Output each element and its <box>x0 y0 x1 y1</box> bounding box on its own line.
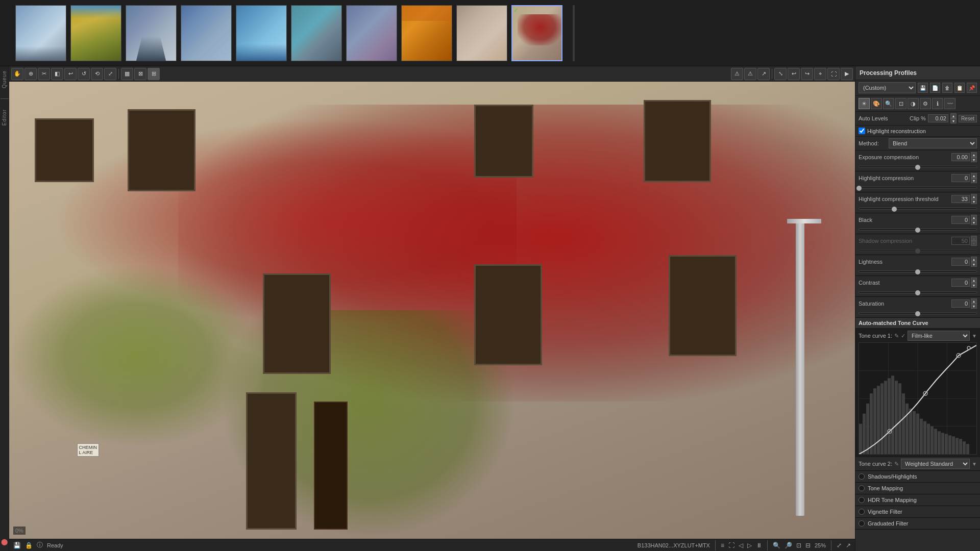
snap-btn[interactable]: ⌖ <box>814 68 826 80</box>
saturation-up[interactable]: ▲ <box>971 298 977 304</box>
status-lock-icon[interactable]: 🔒 <box>25 542 33 549</box>
exposure-comp-up[interactable]: ▲ <box>971 152 977 157</box>
status-save-icon[interactable]: 💾 <box>13 542 21 549</box>
grid-btn[interactable]: ⊠ <box>134 68 146 80</box>
method-select[interactable]: Blend <box>889 138 977 148</box>
contrast-thumb[interactable] <box>915 290 920 295</box>
highlight-comp-threshold-up[interactable]: ▲ <box>971 194 977 199</box>
tool-resize[interactable]: ⤢ <box>104 68 116 80</box>
tool-rotate-cw[interactable]: ↺ <box>78 68 90 80</box>
profile-delete-btn[interactable]: 🗑 <box>942 83 952 93</box>
curve2-expand-arrow[interactable]: ▼ <box>972 461 977 467</box>
warning-icon[interactable]: ⚠ <box>731 68 743 80</box>
shadows-highlights-radio[interactable] <box>859 473 865 480</box>
meta-tool-btn[interactable]: ℹ <box>932 98 943 109</box>
tool-hand[interactable]: ✋ <box>11 68 23 80</box>
lightness-slider[interactable] <box>859 270 977 272</box>
highlight-comp-slider-track[interactable] <box>859 187 977 189</box>
raw-tool-btn[interactable]: ⚙ <box>920 98 931 109</box>
black-down[interactable]: ▼ <box>971 220 977 225</box>
highlight-comp-thumb[interactable] <box>856 186 862 191</box>
graduated-filter-radio[interactable] <box>859 520 865 527</box>
saturation-slider[interactable] <box>859 312 977 314</box>
zoom-out-btn[interactable]: 🔍 <box>773 542 780 549</box>
clip-down-btn[interactable]: ▼ <box>950 118 957 123</box>
move-to-right-btn[interactable]: ▶ <box>841 68 853 80</box>
lightness-down[interactable]: ▼ <box>971 262 977 267</box>
exposure-tool-btn[interactable]: ☀ <box>859 98 870 109</box>
exposure-comp-input[interactable] <box>951 153 970 161</box>
thumbnail-10-active[interactable]: ✓ <box>511 5 562 61</box>
status-info-icon[interactable]: ⓘ <box>37 541 43 549</box>
tool-select[interactable]: ◧ <box>51 68 63 80</box>
tone-mapping-item[interactable]: Tone Mapping <box>855 483 980 494</box>
status-nav-2[interactable]: ⛶ <box>728 542 734 549</box>
saturation-down[interactable]: ▼ <box>971 304 977 309</box>
curve1-type-select[interactable]: Film-like <box>908 331 970 341</box>
contrast-slider[interactable] <box>859 291 977 293</box>
highlight-reconstruction-checkbox[interactable] <box>859 128 865 134</box>
shadows-highlights-item[interactable]: Shadows/Highlights <box>855 471 980 483</box>
status-nav-5[interactable]: ⏸ <box>756 542 762 549</box>
tone-curve-svg[interactable] <box>859 342 977 455</box>
curve2-edit-icon[interactable]: ✎ <box>894 461 899 467</box>
profile-select[interactable]: (Custom) <box>859 82 916 93</box>
highlight-comp-up[interactable]: ▲ <box>971 173 977 178</box>
zoom-fill-btn[interactable]: ⊟ <box>805 542 811 549</box>
curve1-check-icon[interactable]: ✓ <box>901 333 905 339</box>
contrast-up[interactable]: ▲ <box>971 278 977 283</box>
clip-value-input[interactable] <box>928 114 948 122</box>
highlight-comp-threshold-slider[interactable] <box>859 208 977 210</box>
vignette-filter-item[interactable]: Vignette Filter <box>855 506 980 518</box>
exposure-comp-thumb[interactable] <box>915 165 920 170</box>
black-thumb[interactable] <box>915 228 920 233</box>
maximize-btn[interactable]: ⤢ <box>837 542 842 549</box>
thumbnail-4[interactable] <box>181 5 232 61</box>
color-toning-btn[interactable]: ◑ <box>908 98 919 109</box>
contrast-down[interactable]: ▼ <box>971 283 977 288</box>
warning2-icon[interactable]: ⚠ <box>744 68 756 80</box>
queue-label[interactable]: Queue <box>2 70 7 88</box>
thumbnail-5[interactable] <box>236 5 287 61</box>
zoom-fit-btn[interactable]: ⊡ <box>796 542 801 549</box>
profile-paste-btn[interactable]: 📌 <box>967 83 977 93</box>
profile-save-btn[interactable]: 💾 <box>918 83 928 93</box>
clip-up-btn[interactable]: ▲ <box>950 113 957 118</box>
lightness-up[interactable]: ▲ <box>971 257 977 262</box>
exposure-comp-slider-track[interactable] <box>859 166 977 168</box>
thumbnail-8[interactable] <box>401 5 452 61</box>
graduated-filter-item[interactable]: Graduated Filter <box>855 518 980 530</box>
color-picker-icon[interactable]: ⬤ <box>0 537 10 547</box>
black-slider[interactable] <box>859 229 977 231</box>
thumbnail-2[interactable] <box>70 5 121 61</box>
saturation-input[interactable] <box>951 299 970 308</box>
export-icon[interactable]: ↗ <box>757 68 770 80</box>
zoom-100-btn[interactable]: 🔎 <box>785 542 792 549</box>
editor-label[interactable]: Editor <box>2 109 7 126</box>
status-nav-4[interactable]: ▷ <box>747 542 752 549</box>
tool-flip-h[interactable]: ⟲ <box>91 68 103 80</box>
contrast-input[interactable] <box>951 279 970 287</box>
vignette-filter-radio[interactable] <box>859 509 865 515</box>
black-up[interactable]: ▲ <box>971 215 977 220</box>
highlight-comp-down[interactable]: ▼ <box>971 178 977 183</box>
hdr-tone-mapping-item[interactable]: HDR Tone Mapping <box>855 494 980 506</box>
curve1-edit-icon[interactable]: ✎ <box>894 333 899 339</box>
detail-tool-btn[interactable]: 🔍 <box>883 98 894 109</box>
highlight-comp-input[interactable] <box>951 174 970 182</box>
curve2-type-select[interactable]: Weighted Standard <box>901 459 970 469</box>
histogram-btn[interactable]: ▦ <box>121 68 133 80</box>
fit-screen-btn[interactable]: ⤡ <box>774 68 787 80</box>
thumbnail-3[interactable] <box>126 5 177 61</box>
curve1-expand-arrow[interactable]: ▼ <box>972 333 977 339</box>
hdr-tone-mapping-radio[interactable] <box>859 497 865 503</box>
composition-tool-btn[interactable]: ⊡ <box>895 98 906 109</box>
highlight-comp-threshold-input[interactable] <box>951 195 970 203</box>
tool-crop[interactable]: ✂ <box>38 68 50 80</box>
focus-btn[interactable]: ⊞ <box>148 68 160 80</box>
thumbnail-9[interactable] <box>456 5 507 61</box>
lightness-input[interactable] <box>951 258 970 266</box>
highlight-comp-threshold-down[interactable]: ▼ <box>971 199 977 204</box>
lightness-thumb[interactable] <box>915 269 920 274</box>
tool-rotate-ccw[interactable]: ↩ <box>64 68 77 80</box>
